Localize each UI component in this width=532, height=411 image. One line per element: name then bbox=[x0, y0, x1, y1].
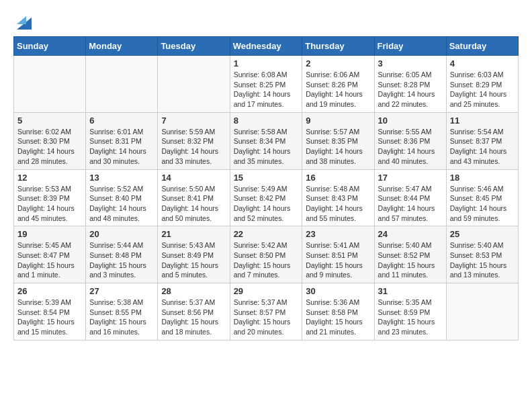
day-number: 30 bbox=[306, 286, 370, 296]
column-header-sunday: Sunday bbox=[14, 37, 86, 56]
day-info: Sunrise: 6:05 AM Sunset: 8:28 PM Dayligh… bbox=[378, 70, 443, 109]
day-info: Sunrise: 5:46 AM Sunset: 8:45 PM Dayligh… bbox=[450, 184, 515, 224]
day-info: Sunrise: 5:41 AM Sunset: 8:51 PM Dayligh… bbox=[306, 240, 370, 280]
calendar-header-row: SundayMondayTuesdayWednesdayThursdayFrid… bbox=[14, 37, 519, 56]
calendar-cell: 10Sunrise: 5:55 AM Sunset: 8:36 PM Dayli… bbox=[374, 112, 446, 169]
day-number: 1 bbox=[234, 58, 299, 68]
calendar-cell bbox=[446, 283, 518, 340]
calendar-cell: 7Sunrise: 5:59 AM Sunset: 8:32 PM Daylig… bbox=[158, 112, 230, 169]
week-row-5: 26Sunrise: 5:39 AM Sunset: 8:54 PM Dayli… bbox=[14, 283, 519, 340]
day-info: Sunrise: 5:40 AM Sunset: 8:53 PM Dayligh… bbox=[450, 240, 515, 280]
page-header bbox=[13, 13, 519, 30]
logo bbox=[13, 13, 32, 30]
day-number: 25 bbox=[450, 229, 515, 239]
day-info: Sunrise: 5:45 AM Sunset: 8:47 PM Dayligh… bbox=[17, 240, 82, 280]
day-info: Sunrise: 5:39 AM Sunset: 8:54 PM Dayligh… bbox=[17, 298, 82, 337]
day-info: Sunrise: 5:47 AM Sunset: 8:44 PM Dayligh… bbox=[378, 184, 443, 224]
day-number: 2 bbox=[306, 58, 370, 68]
day-number: 6 bbox=[89, 116, 154, 126]
day-number: 16 bbox=[306, 173, 370, 183]
day-number: 23 bbox=[306, 229, 370, 239]
day-number: 10 bbox=[378, 116, 443, 126]
day-number: 14 bbox=[161, 173, 226, 183]
day-info: Sunrise: 5:36 AM Sunset: 8:58 PM Dayligh… bbox=[306, 298, 370, 337]
calendar-cell: 31Sunrise: 5:35 AM Sunset: 8:59 PM Dayli… bbox=[374, 283, 446, 340]
week-row-2: 5Sunrise: 6:02 AM Sunset: 8:30 PM Daylig… bbox=[14, 112, 519, 169]
day-number: 17 bbox=[378, 173, 443, 183]
day-info: Sunrise: 6:01 AM Sunset: 8:31 PM Dayligh… bbox=[89, 127, 154, 167]
day-number: 9 bbox=[306, 116, 370, 126]
day-info: Sunrise: 5:35 AM Sunset: 8:59 PM Dayligh… bbox=[378, 298, 443, 337]
day-number: 24 bbox=[378, 229, 443, 239]
day-number: 12 bbox=[17, 173, 82, 183]
day-info: Sunrise: 5:49 AM Sunset: 8:42 PM Dayligh… bbox=[234, 184, 299, 224]
week-row-4: 19Sunrise: 5:45 AM Sunset: 8:47 PM Dayli… bbox=[14, 226, 519, 283]
day-number: 19 bbox=[17, 229, 82, 239]
day-number: 3 bbox=[378, 58, 443, 68]
calendar-cell bbox=[86, 56, 158, 113]
calendar-cell: 16Sunrise: 5:48 AM Sunset: 8:43 PM Dayli… bbox=[302, 169, 374, 226]
day-info: Sunrise: 6:03 AM Sunset: 8:29 PM Dayligh… bbox=[450, 70, 515, 109]
calendar-cell: 26Sunrise: 5:39 AM Sunset: 8:54 PM Dayli… bbox=[14, 283, 86, 340]
calendar-cell: 19Sunrise: 5:45 AM Sunset: 8:47 PM Dayli… bbox=[14, 226, 86, 283]
column-header-thursday: Thursday bbox=[302, 37, 374, 56]
column-header-wednesday: Wednesday bbox=[230, 37, 302, 56]
day-info: Sunrise: 5:43 AM Sunset: 8:49 PM Dayligh… bbox=[161, 240, 226, 280]
calendar-cell: 21Sunrise: 5:43 AM Sunset: 8:49 PM Dayli… bbox=[158, 226, 230, 283]
calendar-cell bbox=[14, 56, 86, 113]
calendar-cell: 29Sunrise: 5:37 AM Sunset: 8:57 PM Dayli… bbox=[230, 283, 302, 340]
day-number: 28 bbox=[161, 286, 226, 296]
calendar-cell: 3Sunrise: 6:05 AM Sunset: 8:28 PM Daylig… bbox=[374, 56, 446, 113]
day-info: Sunrise: 5:53 AM Sunset: 8:39 PM Dayligh… bbox=[17, 184, 82, 224]
calendar-cell: 4Sunrise: 6:03 AM Sunset: 8:29 PM Daylig… bbox=[446, 56, 518, 113]
column-header-friday: Friday bbox=[374, 37, 446, 56]
calendar-cell bbox=[158, 56, 230, 113]
calendar-cell: 17Sunrise: 5:47 AM Sunset: 8:44 PM Dayli… bbox=[374, 169, 446, 226]
day-info: Sunrise: 5:40 AM Sunset: 8:52 PM Dayligh… bbox=[378, 240, 443, 280]
calendar-cell: 23Sunrise: 5:41 AM Sunset: 8:51 PM Dayli… bbox=[302, 226, 374, 283]
day-number: 27 bbox=[89, 286, 154, 296]
day-info: Sunrise: 5:55 AM Sunset: 8:36 PM Dayligh… bbox=[378, 127, 443, 167]
calendar-cell: 27Sunrise: 5:38 AM Sunset: 8:55 PM Dayli… bbox=[86, 283, 158, 340]
week-row-1: 1Sunrise: 6:08 AM Sunset: 8:25 PM Daylig… bbox=[14, 56, 519, 113]
day-info: Sunrise: 5:58 AM Sunset: 8:34 PM Dayligh… bbox=[234, 127, 299, 167]
calendar-cell: 8Sunrise: 5:58 AM Sunset: 8:34 PM Daylig… bbox=[230, 112, 302, 169]
day-info: Sunrise: 6:06 AM Sunset: 8:26 PM Dayligh… bbox=[306, 70, 370, 109]
calendar-cell: 14Sunrise: 5:50 AM Sunset: 8:41 PM Dayli… bbox=[158, 169, 230, 226]
calendar-cell: 22Sunrise: 5:42 AM Sunset: 8:50 PM Dayli… bbox=[230, 226, 302, 283]
day-number: 31 bbox=[378, 286, 443, 296]
day-info: Sunrise: 5:52 AM Sunset: 8:40 PM Dayligh… bbox=[89, 184, 154, 224]
calendar-cell: 5Sunrise: 6:02 AM Sunset: 8:30 PM Daylig… bbox=[14, 112, 86, 169]
day-number: 18 bbox=[450, 173, 515, 183]
day-number: 29 bbox=[234, 286, 299, 296]
day-info: Sunrise: 5:54 AM Sunset: 8:37 PM Dayligh… bbox=[450, 127, 515, 167]
day-number: 22 bbox=[234, 229, 299, 239]
day-info: Sunrise: 6:02 AM Sunset: 8:30 PM Dayligh… bbox=[17, 127, 82, 167]
day-number: 15 bbox=[234, 173, 299, 183]
calendar-cell: 30Sunrise: 5:36 AM Sunset: 8:58 PM Dayli… bbox=[302, 283, 374, 340]
day-info: Sunrise: 5:59 AM Sunset: 8:32 PM Dayligh… bbox=[161, 127, 226, 167]
day-info: Sunrise: 5:50 AM Sunset: 8:41 PM Dayligh… bbox=[161, 184, 226, 224]
day-info: Sunrise: 5:48 AM Sunset: 8:43 PM Dayligh… bbox=[306, 184, 370, 224]
day-number: 26 bbox=[17, 286, 82, 296]
day-info: Sunrise: 5:44 AM Sunset: 8:48 PM Dayligh… bbox=[89, 240, 154, 280]
day-number: 4 bbox=[450, 58, 515, 68]
week-row-3: 12Sunrise: 5:53 AM Sunset: 8:39 PM Dayli… bbox=[14, 169, 519, 226]
calendar-cell: 9Sunrise: 5:57 AM Sunset: 8:35 PM Daylig… bbox=[302, 112, 374, 169]
day-number: 21 bbox=[161, 229, 226, 239]
calendar-cell: 1Sunrise: 6:08 AM Sunset: 8:25 PM Daylig… bbox=[230, 56, 302, 113]
day-number: 5 bbox=[17, 116, 82, 126]
calendar-cell: 12Sunrise: 5:53 AM Sunset: 8:39 PM Dayli… bbox=[14, 169, 86, 226]
day-info: Sunrise: 5:57 AM Sunset: 8:35 PM Dayligh… bbox=[306, 127, 370, 167]
day-number: 7 bbox=[161, 116, 226, 126]
day-info: Sunrise: 5:37 AM Sunset: 8:57 PM Dayligh… bbox=[234, 298, 299, 337]
day-number: 11 bbox=[450, 116, 515, 126]
calendar-cell: 25Sunrise: 5:40 AM Sunset: 8:53 PM Dayli… bbox=[446, 226, 518, 283]
day-info: Sunrise: 5:37 AM Sunset: 8:56 PM Dayligh… bbox=[161, 298, 226, 337]
calendar-cell: 24Sunrise: 5:40 AM Sunset: 8:52 PM Dayli… bbox=[374, 226, 446, 283]
day-info: Sunrise: 6:08 AM Sunset: 8:25 PM Dayligh… bbox=[234, 70, 299, 109]
column-header-tuesday: Tuesday bbox=[158, 37, 230, 56]
column-header-saturday: Saturday bbox=[446, 37, 518, 56]
calendar-cell: 11Sunrise: 5:54 AM Sunset: 8:37 PM Dayli… bbox=[446, 112, 518, 169]
day-info: Sunrise: 5:38 AM Sunset: 8:55 PM Dayligh… bbox=[89, 298, 154, 337]
